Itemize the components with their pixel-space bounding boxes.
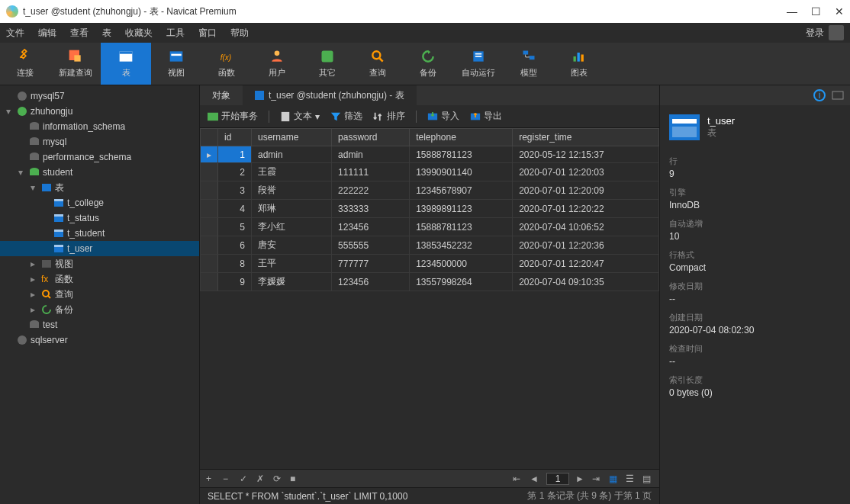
apply-button[interactable]: ✓	[240, 474, 250, 484]
toolbar-auto[interactable]: 自动运行	[453, 43, 504, 85]
column-header[interactable]: password	[332, 129, 410, 146]
expand-icon[interactable]	[18, 319, 26, 330]
tree-item[interactable]: t_college	[0, 195, 199, 210]
maximize-button[interactable]: ☐	[811, 5, 821, 18]
menu-1[interactable]: 编辑	[38, 27, 56, 40]
page-input[interactable]	[546, 473, 569, 485]
expand-icon[interactable]	[18, 152, 26, 162]
expand-icon[interactable]	[43, 197, 50, 208]
table-row[interactable]: 4郑琳333333139898911232020-07-01 12:20:22	[201, 200, 659, 218]
expand-icon[interactable]	[18, 136, 26, 147]
column-header[interactable]: telephone	[410, 129, 513, 146]
expand-icon[interactable]	[6, 91, 14, 101]
menu-5[interactable]: 工具	[166, 27, 185, 40]
text-mode-button[interactable]: 文本 ▾	[280, 110, 320, 123]
expand-icon[interactable]	[18, 121, 26, 132]
column-header[interactable]: id	[218, 129, 252, 146]
table-row[interactable]: 5李小红123456158887811232020-07-04 10:06:52	[201, 218, 659, 236]
form-view-icon[interactable]: ☰	[626, 474, 636, 484]
import-button[interactable]: 导入	[427, 110, 459, 123]
toolbar-table[interactable]: 表	[101, 43, 151, 85]
last-page-button[interactable]: ⇥	[592, 474, 603, 484]
row-marker[interactable]	[201, 181, 218, 200]
toolbar-other[interactable]: 其它	[302, 43, 353, 85]
menu-0[interactable]: 文件	[6, 27, 24, 40]
row-marker[interactable]	[201, 163, 218, 181]
toolbar-fx[interactable]: f(x)函数	[201, 43, 252, 85]
tree-item[interactable]: information_schema	[0, 119, 199, 134]
next-page-button[interactable]: ►	[575, 474, 586, 484]
expand-icon[interactable]	[43, 228, 50, 239]
table-row[interactable]: 9李媛媛123456135579982642020-07-04 09:10:35	[201, 273, 659, 291]
tree-item[interactable]: ▸查询	[0, 287, 199, 302]
menu-3[interactable]: 表	[102, 27, 111, 40]
table-row[interactable]: 3段誉222222123456789072020-07-01 12:20:09	[201, 181, 659, 200]
cancel-button[interactable]: ✗	[256, 474, 267, 484]
tree-item[interactable]: sqlserver	[0, 332, 199, 348]
row-marker[interactable]	[201, 218, 218, 236]
tree-item[interactable]: ▸fx函数	[0, 271, 199, 287]
tab[interactable]: 对象	[200, 85, 243, 105]
begin-transaction-button[interactable]: 开始事务	[208, 110, 258, 123]
expand-icon[interactable]	[43, 213, 50, 223]
row-marker[interactable]	[201, 200, 218, 218]
info-icon[interactable]: i	[813, 89, 826, 101]
expand-icon[interactable]: ▸	[31, 258, 38, 269]
tree-item[interactable]: ▸视图	[0, 256, 199, 271]
row-marker[interactable]	[201, 255, 218, 273]
toolbar-backup[interactable]: 备份	[403, 43, 453, 85]
grid-view-icon[interactable]: ▦	[609, 474, 620, 484]
tree-item[interactable]: mysql57	[0, 88, 199, 104]
expand-icon[interactable]: ▸	[31, 304, 38, 315]
refresh-button[interactable]: ⟳	[273, 474, 284, 484]
toolbar-query[interactable]: 查询	[353, 43, 403, 85]
data-grid[interactable]: idusernamepasswordtelephoneregister_time…	[200, 128, 659, 469]
expand-icon[interactable]	[6, 335, 14, 345]
tab[interactable]: t_user @student (zhuhongju) - 表	[243, 85, 417, 105]
settings-icon[interactable]: ▤	[642, 474, 653, 484]
tree-item[interactable]: test	[0, 317, 199, 332]
expand-icon[interactable]: ▾	[18, 167, 26, 178]
prev-page-button[interactable]: ◄	[530, 474, 540, 484]
close-button[interactable]: ✕	[835, 5, 844, 18]
sort-button[interactable]: 排序	[373, 110, 405, 123]
expand-icon[interactable]: ▾	[6, 106, 14, 117]
row-marker[interactable]: ▸	[201, 146, 218, 163]
table-row[interactable]: 6唐安555555138534522322020-07-01 12:20:36	[201, 236, 659, 255]
expand-icon[interactable]	[43, 243, 50, 254]
tree-item[interactable]: mysql	[0, 134, 199, 149]
menu-7[interactable]: 帮助	[230, 27, 249, 40]
expand-icon[interactable]: ▾	[31, 182, 38, 193]
tree-item[interactable]: ▾表	[0, 180, 199, 195]
table-row[interactable]: 2王霞111111139909011402020-07-01 12:20:03	[201, 163, 659, 181]
table-row[interactable]: 8王平77777712345000002020-07-01 12:20:47	[201, 255, 659, 273]
ddl-icon[interactable]	[832, 89, 844, 101]
toolbar-plug[interactable]: 连接	[0, 43, 50, 85]
tree-item[interactable]: t_status	[0, 210, 199, 226]
tree-item[interactable]: performance_schema	[0, 149, 199, 165]
minimize-button[interactable]: —	[787, 5, 797, 18]
table-row[interactable]: ▸1adminadmin158887811232020-05-12 12:15:…	[201, 146, 659, 163]
menu-4[interactable]: 收藏夹	[125, 27, 153, 40]
toolbar-view[interactable]: 视图	[151, 43, 201, 85]
add-row-button[interactable]: +	[206, 474, 217, 484]
row-marker[interactable]	[201, 236, 218, 255]
row-marker[interactable]	[201, 273, 218, 291]
tree-item[interactable]: t_user	[0, 241, 199, 256]
toolbar-chart[interactable]: 图表	[554, 43, 604, 85]
column-header[interactable]: username	[252, 129, 332, 146]
first-page-button[interactable]: ⇤	[513, 474, 523, 484]
toolbar-model[interactable]: 模型	[504, 43, 554, 85]
menu-6[interactable]: 窗口	[198, 27, 217, 40]
stop-button[interactable]: ■	[290, 474, 301, 484]
menu-2[interactable]: 查看	[70, 27, 89, 40]
delete-row-button[interactable]: −	[223, 474, 233, 484]
column-header[interactable]: register_time	[513, 129, 659, 146]
tree-item[interactable]: ▾student	[0, 165, 199, 180]
tree-item[interactable]: t_student	[0, 226, 199, 241]
toolbar-user[interactable]: 用户	[252, 43, 302, 85]
filter-button[interactable]: 筛选	[330, 110, 362, 123]
tree-item[interactable]: ▸备份	[0, 302, 199, 317]
toolbar-newquery[interactable]: 新建查询	[50, 43, 101, 85]
login-area[interactable]: 登录	[806, 25, 844, 40]
